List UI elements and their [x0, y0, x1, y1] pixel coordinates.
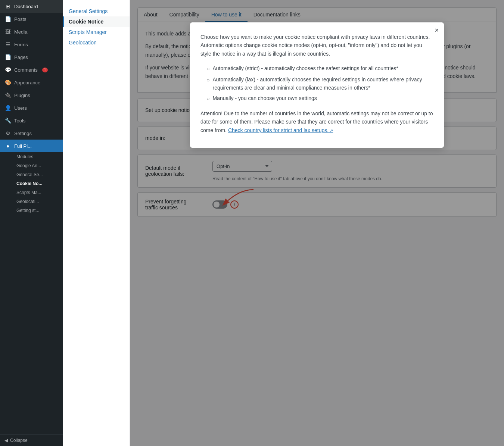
appearance-icon: 🎨 — [4, 79, 11, 86]
sidebar: ⊞ Dashboard 📄 Posts 🖼 Media ☰ Forms 📄 — [0, 0, 63, 446]
main-area: General Settings Cookie Notice Scripts M… — [63, 0, 504, 446]
secondary-menu: General Settings Cookie Notice Scripts M… — [63, 0, 130, 446]
sub-cookie[interactable]: Cookie No... — [3, 179, 63, 188]
sub-google[interactable]: Google An... — [3, 161, 63, 170]
forms-icon: ☰ — [4, 41, 11, 48]
sidebar-submenu: Modules Google An... General Se... Cooki… — [0, 152, 63, 215]
modal-close-button[interactable]: × — [435, 27, 439, 34]
posts-icon: 📄 — [4, 16, 11, 22]
modal-dialog: × Choose how you want to make your cooki… — [190, 22, 444, 148]
sidebar-item-dashboard[interactable]: ⊞ Dashboard — [0, 0, 63, 13]
content-area: About Compatibility How to use it Docume… — [130, 0, 504, 446]
sidebar-item-posts[interactable]: 📄 Posts — [0, 13, 63, 25]
sidebar-item-fullpicture[interactable]: ● Full Pi... — [0, 140, 63, 152]
sidebar-item-settings[interactable]: ⚙ Settings — [0, 127, 63, 140]
menu-geolocation[interactable]: Geolocation — [63, 37, 130, 48]
modal-list-item-strict: Automatically (strict) - automatically c… — [206, 63, 433, 74]
sidebar-item-appearance[interactable]: 🎨 Appearance — [0, 76, 63, 89]
sidebar-item-users[interactable]: 👤 Users — [0, 102, 63, 114]
sub-scripts[interactable]: Scripts Ma... — [3, 188, 63, 197]
tools-icon: 🔧 — [4, 117, 11, 124]
sidebar-item-forms[interactable]: ☰ Forms — [0, 38, 63, 51]
modal-list-item-manual: Manually - you can choose your own setti… — [206, 93, 433, 104]
sub-getting[interactable]: Getting st... — [3, 206, 63, 215]
menu-general-settings[interactable]: General Settings — [63, 6, 130, 16]
sub-general[interactable]: General Se... — [3, 170, 63, 179]
modal-body-text: Choose how you want to make your cookie … — [200, 33, 433, 58]
fullpicture-icon: ● — [4, 143, 11, 149]
sidebar-item-tools[interactable]: 🔧 Tools — [0, 114, 63, 127]
modal-list-item-lax: Automatically (lax) - automatically choo… — [206, 74, 433, 93]
sub-geo[interactable]: Geolocati... — [3, 197, 63, 206]
pages-icon: 📄 — [4, 54, 11, 60]
comments-icon: 💬 — [4, 66, 11, 73]
sidebar-item-comments[interactable]: 💬 Comments 1 — [0, 63, 63, 76]
media-icon: 🖼 — [4, 28, 11, 35]
menu-scripts-manager[interactable]: Scripts Manager — [63, 27, 130, 37]
plugins-icon: 🔌 — [4, 92, 11, 99]
modal-check-link[interactable]: Check country lists for strict and lax s… — [228, 127, 333, 133]
sidebar-item-pages[interactable]: 📄 Pages — [0, 51, 63, 63]
sub-modules[interactable]: Modules — [3, 152, 63, 161]
modal-options-list: Automatically (strict) - automatically c… — [206, 63, 433, 104]
sidebar-item-media[interactable]: 🖼 Media — [0, 25, 63, 38]
sidebar-item-plugins[interactable]: 🔌 Plugins — [0, 89, 63, 102]
settings-icon: ⚙ — [4, 130, 11, 137]
modal-attention-text: Attention! Due to the number of countrie… — [200, 109, 433, 134]
modal-overlay[interactable]: × Choose how you want to make your cooki… — [130, 0, 504, 446]
collapse-icon: ◀ — [4, 438, 8, 443]
users-icon: 👤 — [4, 105, 11, 111]
dashboard-icon: ⊞ — [4, 3, 11, 10]
menu-cookie-notice[interactable]: Cookie Notice — [63, 16, 130, 27]
comments-badge: 1 — [42, 68, 48, 72]
collapse-button[interactable]: ◀ Collapse — [0, 434, 63, 446]
